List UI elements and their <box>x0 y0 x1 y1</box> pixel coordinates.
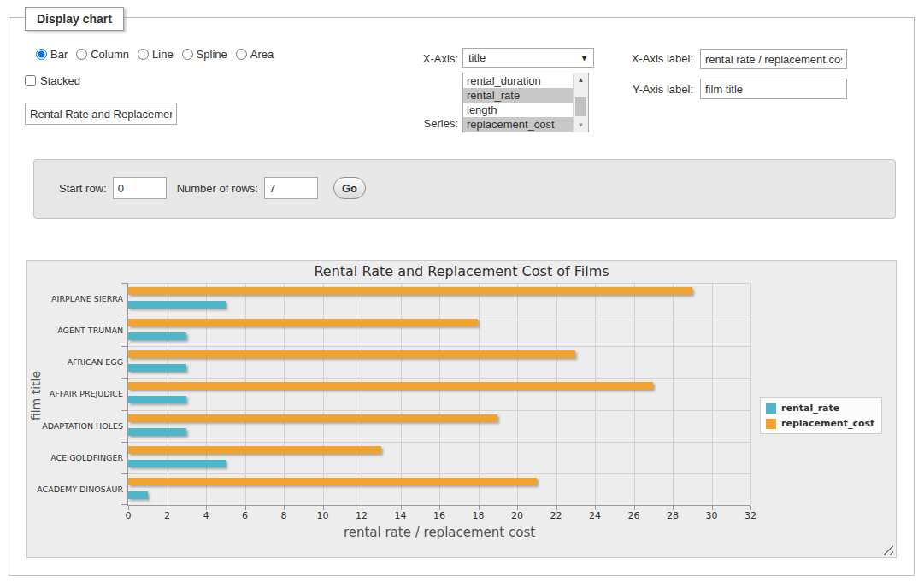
vertical-gridline <box>401 283 402 505</box>
legend-label: rental_rate <box>781 403 839 414</box>
bar-replacement_cost[interactable] <box>128 478 537 485</box>
series-option-length[interactable]: length <box>463 103 573 117</box>
vertical-gridline <box>556 283 557 505</box>
x-tick-label: 22 <box>539 510 574 521</box>
radio-label: Bar <box>50 48 68 61</box>
category-label: ACE GOLDFINGER <box>29 453 123 462</box>
chart-title: Rental Rate and Replacement Cost of Film… <box>27 263 896 279</box>
chart-type-radio-spline[interactable]: Spline <box>182 48 227 61</box>
radio-button[interactable] <box>76 49 87 60</box>
legend-swatch-icon <box>766 419 776 429</box>
resize-handle-icon[interactable] <box>883 544 893 555</box>
category-label: AIRPLANE SIERRA <box>29 294 123 303</box>
category-label: ADAPTATION HOLES <box>29 421 123 431</box>
y-axis-label-field-label: Y-Axis label: <box>618 83 693 96</box>
bar-rental_rate[interactable] <box>128 491 148 499</box>
x-axis-selected-value: title <box>468 51 580 64</box>
x-tick-label: 18 <box>462 510 496 521</box>
vertical-gridline <box>323 283 324 505</box>
horizontal-gridline <box>128 315 750 315</box>
legend-item-replacement_cost[interactable]: replacement_cost <box>766 418 874 429</box>
x-tick-label: 2 <box>150 510 185 521</box>
radio-label: Area <box>250 48 274 61</box>
series-listbox-scrollbar[interactable]: ▲ ▼ <box>573 73 588 132</box>
bar-replacement_cost[interactable] <box>128 287 692 295</box>
y-axis-tick <box>121 442 128 443</box>
x-axis-select[interactable]: title ▼ <box>462 48 594 68</box>
category-label: AGENT TRUMAN <box>29 326 123 335</box>
bar-replacement_cost[interactable] <box>128 414 497 422</box>
x-axis-label-field-label: X-Axis label: <box>618 52 693 65</box>
scroll-up-icon[interactable]: ▲ <box>574 73 588 86</box>
y-axis-tick <box>121 346 128 347</box>
legend-item-rental_rate[interactable]: rental_rate <box>766 403 874 414</box>
series-option-rental_rate[interactable]: rental_rate <box>463 88 573 103</box>
vertical-gridline <box>673 283 674 505</box>
bar-replacement_cost[interactable] <box>128 319 478 326</box>
y-axis-tick <box>121 504 128 505</box>
bar-rental_rate[interactable] <box>128 332 186 340</box>
chart-legend: rental_ratereplacement_cost <box>760 397 882 434</box>
radio-button[interactable] <box>138 49 149 60</box>
vertical-gridline <box>517 283 518 505</box>
x-axis-title: rental rate / replacement cost <box>128 525 750 540</box>
category-label: ACADEMY DINOSAUR <box>29 485 123 494</box>
bar-rental_rate[interactable] <box>128 428 186 436</box>
chart-type-radio-area[interactable]: Area <box>236 48 274 61</box>
row-controls-panel: Start row: Number of rows: Go <box>33 159 896 219</box>
start-row-input[interactable] <box>113 177 167 199</box>
series-select-label: Series: <box>403 117 458 130</box>
x-axis-label-input[interactable] <box>700 49 847 69</box>
x-tick-label: 28 <box>656 510 690 521</box>
series-listbox[interactable]: rental_durationrental_ratelengthreplacem… <box>462 73 589 132</box>
bar-replacement_cost[interactable] <box>128 350 575 358</box>
x-tick-label: 20 <box>500 510 534 521</box>
go-button[interactable]: Go <box>333 177 366 199</box>
x-tick-label: 4 <box>189 510 223 521</box>
page: Display chart BarColumnLineSplineArea St… <box>0 0 924 582</box>
display-chart-panel: Display chart BarColumnLineSplineArea St… <box>9 17 915 576</box>
series-option-rental_duration[interactable]: rental_duration <box>463 73 573 88</box>
chart-type-radio-line[interactable]: Line <box>138 48 174 61</box>
x-tick-label: 14 <box>384 510 418 521</box>
y-axis-tick <box>121 473 128 474</box>
vertical-gridline <box>168 283 168 505</box>
y-axis-tick <box>121 315 128 315</box>
x-tick-label: 32 <box>733 510 768 521</box>
chart-title-input[interactable] <box>25 103 177 125</box>
num-rows-input[interactable] <box>264 177 318 199</box>
chart-type-radio-column[interactable]: Column <box>76 48 129 61</box>
horizontal-gridline <box>128 378 750 379</box>
horizontal-gridline <box>128 442 750 443</box>
radio-label: Spline <box>197 48 227 61</box>
scrollbar-thumb[interactable] <box>575 97 586 116</box>
category-label: AFRICAN EGG <box>29 357 123 367</box>
scroll-down-icon[interactable]: ▼ <box>574 119 588 132</box>
chart-type-radio-group: BarColumnLineSplineArea <box>36 48 274 61</box>
chart-type-radio-bar[interactable]: Bar <box>36 48 68 61</box>
stacked-checkbox-row: Stacked <box>25 74 80 87</box>
y-axis-tick <box>121 410 128 411</box>
x-tick-label: 10 <box>306 510 340 521</box>
radio-button[interactable] <box>36 49 47 60</box>
x-tick-label: 0 <box>111 510 145 521</box>
bar-replacement_cost[interactable] <box>128 446 381 454</box>
bar-replacement_cost[interactable] <box>128 382 653 390</box>
x-tick-label: 26 <box>617 510 651 521</box>
y-axis-tick <box>121 378 128 379</box>
vertical-gridline <box>750 283 751 505</box>
bar-rental_rate[interactable] <box>128 396 186 403</box>
series-options: rental_durationrental_ratelengthreplacem… <box>463 73 573 132</box>
stacked-checkbox[interactable] <box>25 75 36 86</box>
radio-button[interactable] <box>236 49 247 60</box>
horizontal-gridline <box>128 346 750 347</box>
series-option-replacement_cost[interactable]: replacement_cost <box>463 117 573 132</box>
radio-button[interactable] <box>182 49 193 60</box>
plot-area <box>128 283 750 505</box>
bar-rental_rate[interactable] <box>128 460 226 467</box>
start-row-label: Start row: <box>59 182 107 195</box>
bar-rental_rate[interactable] <box>128 364 186 372</box>
y-axis-label-input[interactable] <box>700 79 847 99</box>
bar-rental_rate[interactable] <box>128 301 226 309</box>
legend-swatch-icon <box>766 403 776 414</box>
